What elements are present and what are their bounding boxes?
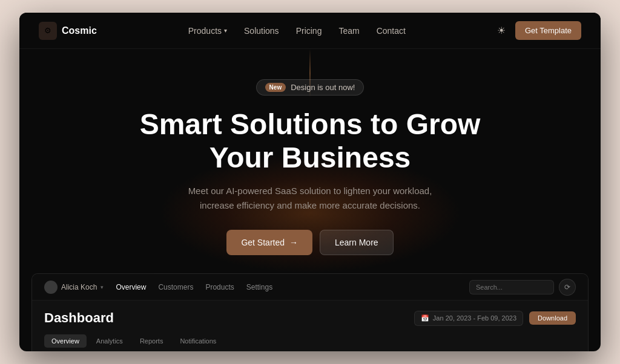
date-range[interactable]: 📅 Jan 20, 2023 - Feb 09, 2023: [414, 311, 523, 326]
get-template-button[interactable]: Get Template: [515, 21, 581, 40]
nav-right: ☀ Get Template: [497, 21, 581, 40]
logo-icon: ⚙: [39, 22, 57, 40]
dashboard-header: Dashboard 📅 Jan 20, 2023 - Feb 09, 2023 …: [44, 310, 576, 326]
dashboard-search: ⟳: [469, 279, 576, 296]
dashboard-preview: Alicia Koch ▾ Overview Customers Product…: [31, 273, 589, 351]
nav-solutions[interactable]: Solutions: [244, 26, 279, 36]
hero-subtitle: Meet our AI-powered SaaS solution to lig…: [183, 184, 437, 213]
search-input[interactable]: [469, 280, 554, 294]
user-avatar: [44, 281, 58, 294]
dashboard-title: Dashboard: [44, 310, 114, 326]
navbar: ⚙ Cosmic Products ▾ Solutions Pricing Te…: [19, 13, 601, 49]
theme-toggle-icon[interactable]: ☀: [497, 25, 506, 36]
get-started-button[interactable]: Get Started →: [226, 230, 312, 255]
learn-more-button[interactable]: Learn More: [320, 230, 394, 255]
tab-overview[interactable]: Overview: [44, 334, 87, 348]
hero-section: New Design is out now! Smart Solutions t…: [19, 49, 601, 273]
hero-title: Smart Solutions to Grow Your Business: [39, 108, 581, 174]
dash-nav-products[interactable]: Products: [205, 283, 234, 291]
logo-text: Cosmic: [62, 25, 97, 36]
tab-analytics[interactable]: Analytics: [89, 334, 130, 348]
nav-team[interactable]: Team: [338, 26, 359, 36]
tab-reports[interactable]: Reports: [133, 334, 171, 348]
logo-area[interactable]: ⚙ Cosmic: [39, 22, 97, 40]
dash-nav-overview[interactable]: Overview: [116, 283, 146, 291]
hero-buttons: Get Started → Learn More: [39, 230, 581, 255]
dashboard-header-right: 📅 Jan 20, 2023 - Feb 09, 2023 Download: [414, 311, 576, 326]
nav-pricing[interactable]: Pricing: [296, 26, 322, 36]
dashboard-tabs: Overview Analytics Reports Notifications: [44, 334, 576, 348]
nav-contact[interactable]: Contact: [377, 26, 406, 36]
dashboard-content: Dashboard 📅 Jan 20, 2023 - Feb 09, 2023 …: [32, 301, 588, 351]
browser-window: ⚙ Cosmic Products ▾ Solutions Pricing Te…: [19, 13, 601, 351]
dash-nav-settings[interactable]: Settings: [246, 283, 272, 291]
chevron-down-icon: ▾: [224, 27, 227, 34]
new-tag: New: [265, 83, 286, 92]
dashboard-nav-links: Overview Customers Products Settings: [116, 283, 457, 291]
nav-products[interactable]: Products ▾: [188, 26, 227, 36]
dash-nav-customers[interactable]: Customers: [158, 283, 193, 291]
tab-notifications[interactable]: Notifications: [173, 334, 223, 348]
chevron-down-icon: ▾: [101, 284, 104, 290]
dashboard-navbar: Alicia Koch ▾ Overview Customers Product…: [32, 274, 588, 301]
nav-links: Products ▾ Solutions Pricing Team Contac…: [188, 26, 406, 36]
calendar-icon: 📅: [421, 314, 429, 322]
dashboard-user[interactable]: Alicia Koch ▾: [44, 281, 104, 294]
search-icon[interactable]: ⟳: [559, 279, 576, 296]
download-button[interactable]: Download: [529, 311, 576, 325]
user-name: Alicia Koch: [61, 283, 97, 291]
arrow-icon: →: [289, 238, 298, 247]
badge-text: Design is out now!: [291, 83, 355, 92]
announcement-badge: New Design is out now!: [256, 79, 364, 96]
